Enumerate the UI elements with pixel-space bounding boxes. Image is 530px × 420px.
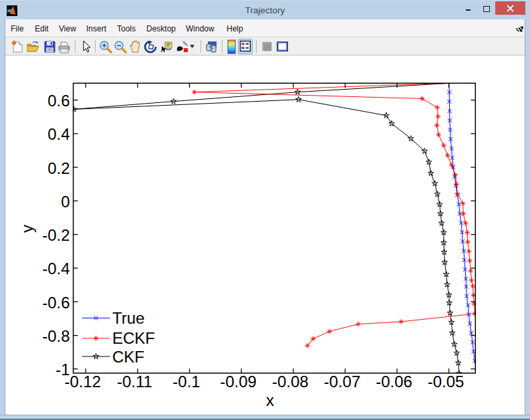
svg-text:-0.4: -0.4 xyxy=(42,259,70,278)
svg-text:-0.12: -0.12 xyxy=(64,373,101,391)
svg-text:x: x xyxy=(266,391,274,409)
svg-text:-1: -1 xyxy=(55,360,70,379)
svg-text:-0.11: -0.11 xyxy=(117,373,152,391)
svg-text:ECKF: ECKF xyxy=(112,329,155,347)
svg-text:-0.09: -0.09 xyxy=(220,373,257,391)
svg-text:0.6: 0.6 xyxy=(47,92,70,110)
svg-text:-0.6: -0.6 xyxy=(42,294,70,312)
svg-text:-0.05: -0.05 xyxy=(428,373,465,391)
svg-text:0.2: 0.2 xyxy=(47,159,70,177)
svg-text:-0.07: -0.07 xyxy=(324,373,361,391)
svg-text:-0.8: -0.8 xyxy=(42,327,70,345)
svg-text:-0.1: -0.1 xyxy=(172,373,200,391)
svg-text:0.4: 0.4 xyxy=(47,125,70,143)
svg-text:CKF: CKF xyxy=(112,348,144,366)
svg-text:True: True xyxy=(112,309,144,327)
svg-text:y: y xyxy=(18,225,36,233)
svg-text:-0.06: -0.06 xyxy=(376,373,412,391)
svg-text:0: 0 xyxy=(61,193,70,211)
svg-text:-0.08: -0.08 xyxy=(272,373,309,391)
svg-text:-0.2: -0.2 xyxy=(42,226,70,244)
